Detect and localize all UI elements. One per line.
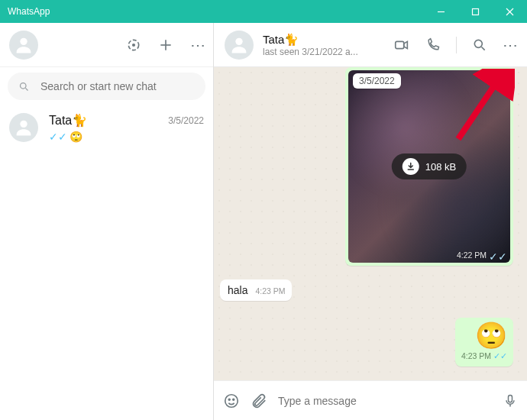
voice-call-icon[interactable] (425, 37, 441, 53)
incoming-message[interactable]: hala 4:23 PM (220, 279, 292, 301)
maximize-button[interactable] (458, 0, 493, 23)
download-size: 108 kB (425, 161, 456, 173)
last-message-date: 3/5/2022 (168, 115, 204, 126)
svg-point-9 (21, 82, 27, 89)
contact-name: Tata🐈 (49, 113, 87, 128)
svg-point-12 (235, 37, 242, 44)
svg-point-18 (233, 399, 234, 400)
message-time: 4:23 PM (255, 286, 285, 296)
svg-line-15 (482, 47, 485, 50)
search-box[interactable] (8, 73, 205, 100)
message-composer (214, 380, 527, 420)
close-button[interactable] (493, 0, 527, 23)
menu-icon[interactable] (190, 37, 204, 53)
download-button[interactable]: 108 kB (392, 153, 467, 179)
chat-avatar[interactable] (225, 31, 254, 60)
read-check-icon: ✓✓ (493, 351, 507, 361)
outgoing-message[interactable]: 🙄 4:23 PM ✓✓ (455, 318, 513, 367)
window-titlebar: WhatsApp (0, 0, 527, 23)
minimize-button[interactable] (424, 0, 458, 23)
read-check-icon: ✓✓ (49, 131, 67, 143)
chat-list: Tata🐈 3/5/2022 ✓✓ 🙄 (0, 105, 213, 420)
chat-header: Tata🐈 last seen 3/21/2022 a... (214, 23, 527, 67)
window-title: WhatsApp (0, 6, 424, 17)
download-icon (403, 158, 419, 175)
read-check-icon: ✓✓ (489, 250, 507, 263)
svg-point-14 (474, 40, 482, 47)
video-call-icon[interactable] (393, 37, 410, 53)
svg-point-6 (132, 43, 135, 46)
svg-line-10 (25, 88, 27, 90)
message-text: hala (228, 284, 247, 296)
message-time: 4:23 PM ✓✓ (461, 351, 507, 361)
search-input[interactable] (40, 80, 195, 92)
sidebar: Tata🐈 3/5/2022 ✓✓ 🙄 (0, 23, 214, 420)
attach-icon[interactable] (251, 393, 267, 409)
svg-point-4 (20, 37, 27, 44)
svg-point-16 (225, 394, 238, 407)
preview-emoji: 🙄 (70, 131, 82, 143)
message-emoji: 🙄 (461, 322, 507, 348)
chat-contact-name: Tata🐈 (263, 33, 358, 47)
search-in-chat-icon[interactable] (472, 37, 487, 53)
chat-title-block[interactable]: Tata🐈 last seen 3/21/2022 a... (263, 33, 358, 57)
chat-list-item[interactable]: Tata🐈 3/5/2022 ✓✓ 🙄 (0, 105, 213, 150)
voice-message-icon[interactable] (503, 393, 518, 409)
media-date-chip: 3/5/2022 (353, 73, 401, 89)
svg-rect-19 (509, 395, 512, 402)
status-icon[interactable] (126, 37, 141, 53)
new-chat-icon[interactable] (158, 37, 173, 53)
chat-last-seen: last seen 3/21/2022 a... (263, 47, 358, 57)
message-thread[interactable]: 3/5/2022 108 kB 4:22 PM ✓✓ (214, 67, 527, 380)
separator (456, 37, 457, 53)
svg-point-17 (228, 399, 230, 400)
chat-menu-icon[interactable] (503, 37, 516, 53)
svg-point-11 (20, 121, 27, 128)
svg-rect-1 (473, 8, 479, 15)
media-timestamp: 4:22 PM ✓✓ (457, 250, 507, 263)
contact-avatar (9, 113, 38, 142)
message-preview: ✓✓ 🙄 (49, 131, 204, 143)
my-avatar[interactable] (9, 31, 38, 60)
sidebar-header (0, 23, 213, 67)
message-input[interactable] (278, 395, 492, 407)
outgoing-media-message[interactable]: 3/5/2022 108 kB 4:22 PM ✓✓ (345, 67, 513, 266)
chat-pane: Tata🐈 last seen 3/21/2022 a... (214, 23, 527, 420)
search-icon (18, 81, 30, 92)
emoji-picker-icon[interactable] (223, 393, 240, 409)
svg-rect-13 (396, 41, 404, 48)
